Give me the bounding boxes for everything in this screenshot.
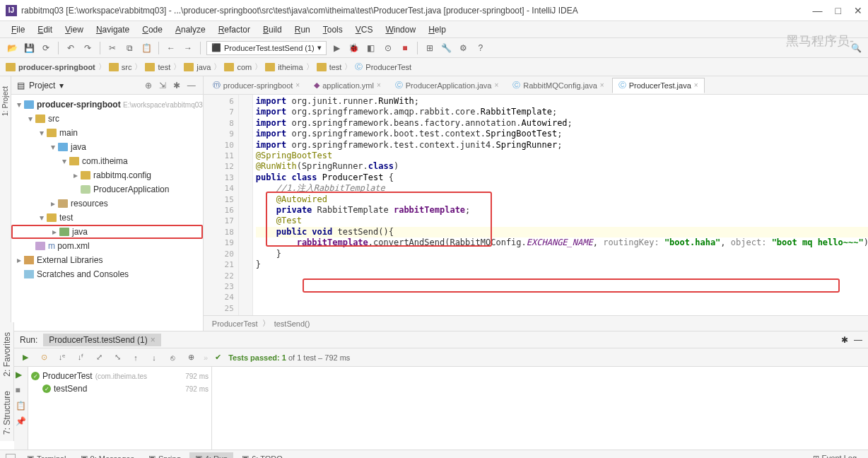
- tree-test-java[interactable]: ▸java: [11, 225, 203, 239]
- pin-icon[interactable]: 📌: [16, 416, 27, 428]
- copy-icon[interactable]: ⧉: [123, 42, 136, 54]
- run-config-dropdown[interactable]: ⬛ ProducerTest.testSend (1) ▾: [206, 41, 327, 55]
- menu-code[interactable]: Code: [136, 23, 168, 36]
- bottom-tab-messages[interactable]: ▣0: Messages: [75, 452, 140, 458]
- crumb-itheima[interactable]: itheima〉: [265, 61, 313, 72]
- crumb-java[interactable]: java〉: [184, 61, 221, 72]
- gear-icon[interactable]: ✱: [173, 81, 183, 90]
- cut-icon[interactable]: ✂: [106, 42, 119, 54]
- rerun-button[interactable]: ▶: [16, 370, 27, 381]
- tree-main-java[interactable]: ▾java: [11, 140, 203, 154]
- bottom-tab-run[interactable]: ▣4: Run: [189, 452, 233, 458]
- tree-src[interactable]: ▾src: [11, 112, 203, 126]
- close-icon[interactable]: ×: [151, 335, 156, 345]
- editor-breadcrumb-class[interactable]: ProducerTest: [212, 319, 258, 328]
- tree-pkg[interactable]: ▾com.itheima: [11, 154, 203, 168]
- wrench-icon[interactable]: 🔧: [440, 42, 453, 54]
- forward-icon[interactable]: →: [182, 42, 194, 54]
- settings-icon[interactable]: ⚙: [457, 42, 470, 54]
- filter-icon[interactable]: ↓ᶠ: [75, 352, 86, 363]
- project-tree[interactable]: ▾producer-springboot E:\workspace\rabbit…: [11, 95, 203, 331]
- tool-window-icon[interactable]: [6, 454, 16, 459]
- dump-icon[interactable]: 📋: [16, 401, 27, 412]
- collapse-all-icon[interactable]: ⤡: [112, 352, 123, 363]
- coverage-icon[interactable]: ◧: [365, 42, 377, 54]
- editor-tab-ProducerTest.java[interactable]: ⒸProducerTest.java×: [612, 78, 705, 93]
- tree-resources[interactable]: ▸resources: [11, 196, 203, 211]
- gear-icon[interactable]: ✱: [841, 335, 848, 345]
- target-icon[interactable]: ⊕: [145, 81, 155, 90]
- menu-refactor[interactable]: Refactor: [213, 23, 256, 36]
- crumb-com[interactable]: com〉: [224, 61, 262, 72]
- tree-ext-libs[interactable]: ▸External Libraries: [11, 253, 203, 267]
- menu-build[interactable]: Build: [257, 23, 288, 36]
- menu-analyze[interactable]: Analyze: [170, 23, 211, 36]
- menu-tools[interactable]: Tools: [317, 23, 348, 36]
- editor-tab-RabbitMQConfig.java[interactable]: ⒸRabbitMQConfig.java×: [506, 78, 610, 93]
- tree-pom[interactable]: m pom.xml: [11, 239, 203, 253]
- test-root[interactable]: ✓ ProducerTest (com.itheima.tes 792 ms: [31, 370, 209, 382]
- menu-window[interactable]: Window: [380, 23, 421, 36]
- tree-test[interactable]: ▾test: [11, 211, 203, 225]
- bottom-tab-spring[interactable]: ▣Spring: [143, 452, 187, 458]
- toggle-auto-icon[interactable]: ⊙: [38, 352, 49, 363]
- export-icon[interactable]: ⎋: [167, 352, 178, 363]
- crumb-producer-springboot[interactable]: producer-springboot〉: [6, 61, 106, 72]
- chevron-down-icon[interactable]: ▾: [59, 81, 64, 90]
- undo-icon[interactable]: ↶: [64, 42, 77, 54]
- crumb-src[interactable]: src〉: [109, 61, 143, 72]
- test-tree[interactable]: ✓ ProducerTest (com.itheima.tes 792 ms ✓…: [28, 367, 212, 450]
- bottom-tab-todo[interactable]: ▣6: TODO: [236, 452, 288, 458]
- tab-favorites[interactable]: 2: Favorites: [1, 328, 13, 381]
- tab-project[interactable]: 1: Project: [0, 82, 11, 120]
- minimize-icon[interactable]: —: [813, 5, 823, 16]
- close-icon[interactable]: ✕: [854, 5, 862, 16]
- tree-scratches[interactable]: Scratches and Consoles: [11, 267, 203, 281]
- redo-icon[interactable]: ↷: [81, 42, 94, 54]
- bottom-tab-terminal[interactable]: ▣Terminal: [21, 452, 72, 458]
- test-child[interactable]: ✓ testSend 792 ms: [31, 382, 209, 395]
- crumb-test[interactable]: test〉: [145, 61, 181, 72]
- crumb-ProducerTest[interactable]: ⒸProducerTest: [355, 61, 411, 72]
- open-icon[interactable]: 📂: [6, 42, 18, 54]
- event-log-tab[interactable]: ⊞ Event Log: [807, 452, 862, 458]
- menu-help[interactable]: Help: [423, 23, 452, 36]
- stop-icon[interactable]: ■: [399, 42, 411, 54]
- editor-body[interactable]: 67891011121314151617181920212223242526 i…: [204, 95, 868, 315]
- crumb-test[interactable]: test〉: [317, 61, 353, 72]
- save-icon[interactable]: 💾: [23, 42, 35, 54]
- menu-vcs[interactable]: VCS: [350, 23, 379, 36]
- editor-tab-application.yml[interactable]: ◆application.yml×: [307, 78, 387, 93]
- search-icon[interactable]: 🔍: [850, 42, 862, 54]
- tree-rabbitcfg[interactable]: ▸rabbitmq.config: [11, 168, 203, 182]
- test-output[interactable]: [212, 367, 868, 450]
- hide-icon[interactable]: —: [854, 335, 862, 345]
- maximize-icon[interactable]: □: [835, 5, 841, 16]
- history-icon[interactable]: ⊕: [185, 352, 197, 363]
- run-icon[interactable]: ▶: [331, 42, 344, 54]
- sort-icon[interactable]: ↓ᵉ: [57, 352, 68, 363]
- tab-structure[interactable]: 7: Structure: [1, 387, 13, 439]
- debug-icon[interactable]: 🐞: [348, 42, 360, 54]
- tree-main[interactable]: ▾main: [11, 126, 203, 140]
- sync-icon[interactable]: ⟳: [40, 42, 52, 54]
- stop-button[interactable]: ■: [16, 385, 27, 397]
- collapse-icon[interactable]: ⇲: [159, 81, 169, 90]
- menu-navigate[interactable]: Navigate: [90, 23, 135, 36]
- editor-tab-producer-springboot[interactable]: ⓜproducer-springboot×: [206, 78, 306, 93]
- next-icon[interactable]: ↓: [148, 352, 160, 363]
- paste-icon[interactable]: 📋: [140, 42, 153, 54]
- structure-icon[interactable]: ⊞: [423, 42, 436, 54]
- tree-producerapp[interactable]: ProducerApplication: [11, 182, 203, 196]
- editor-tab-ProducerApplication.java[interactable]: ⒸProducerApplication.java×: [389, 78, 505, 93]
- expand-icon[interactable]: ⤢: [93, 352, 105, 363]
- menu-file[interactable]: File: [6, 23, 30, 36]
- tree-root[interactable]: ▾producer-springboot E:\workspace\rabbit…: [11, 98, 203, 112]
- profile-icon[interactable]: ⊙: [382, 42, 394, 54]
- back-icon[interactable]: ←: [165, 42, 177, 54]
- hide-icon[interactable]: —: [187, 81, 197, 90]
- menu-view[interactable]: View: [59, 23, 89, 36]
- run-tab[interactable]: ProducerTest.testSend (1)×: [43, 334, 160, 346]
- code-area[interactable]: import org.junit.runner.RunWith;import o…: [253, 95, 868, 315]
- menu-run[interactable]: Run: [289, 23, 316, 36]
